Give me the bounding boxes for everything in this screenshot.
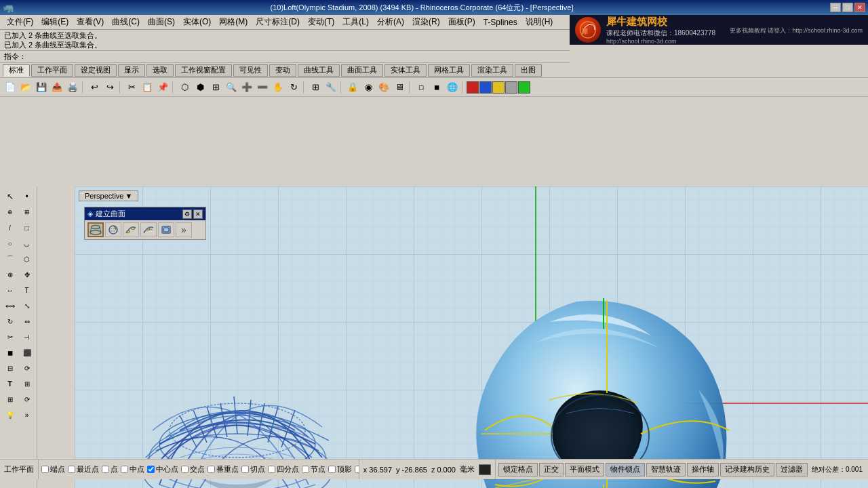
color-red[interactable] [467,81,479,94]
open-btn[interactable]: 📂 [18,80,33,95]
snap-nearest-cb[interactable] [68,466,75,473]
solid2-btn[interactable]: ◼ [2,345,18,360]
snap-knot[interactable]: 节点 [302,464,326,474]
color-gray[interactable] [505,81,517,94]
tab-solid-tools[interactable]: 实体工具 [384,64,427,77]
snap-tangent[interactable]: 切点 [241,464,265,474]
cut-btn[interactable]: ✂ [124,80,139,95]
menu-file[interactable]: 文件(F) [3,15,37,29]
loft-tool-btn[interactable] [87,222,104,237]
pan-btn[interactable]: ✋ [271,80,285,95]
snap-center-cb[interactable] [147,466,155,473]
snap-tangent-cb[interactable] [241,466,249,473]
rect-btn[interactable]: □ [19,220,35,235]
mirror-btn[interactable]: ⇔ [19,314,35,329]
menu-panel[interactable]: 面板(P) [444,15,479,29]
zoom-in-btn[interactable]: ➕ [239,80,254,95]
lasso-btn[interactable]: ⬢ [193,80,208,95]
mesh2-btn[interactable]: ⊟ [2,361,18,375]
tab-render-tools[interactable]: 渲染工具 [471,64,513,77]
material-btn[interactable]: 🎨 [376,80,391,95]
extrude-btn[interactable]: ⬛ [19,345,35,360]
split-btn[interactable]: ⊣ [19,329,35,344]
dot-btn[interactable]: • [19,189,35,204]
poly-btn[interactable]: ⬡ [19,251,35,266]
paste-btn[interactable]: 📌 [155,80,170,95]
arc-btn[interactable]: ◡ [19,236,35,251]
menu-mesh[interactable]: 网格(M) [215,15,252,29]
zoom-win-btn[interactable]: 🔍 [224,80,239,95]
snap-intersect[interactable]: 交点 [181,464,205,474]
text-btn[interactable]: T [2,376,18,391]
shade-btn[interactable]: ◼ [429,80,444,95]
annot-btn[interactable]: T [19,283,35,298]
lock-grid-btn[interactable]: 锁定格点 [498,463,538,476]
menu-transform[interactable]: 变动(T) [304,15,338,29]
close-button[interactable]: ✕ [854,3,865,12]
save-btn[interactable]: 💾 [34,80,49,95]
prompt-input[interactable] [29,53,566,61]
snap-knot-cb[interactable] [302,466,309,473]
more-surface-btn[interactable]: » [176,222,192,237]
snap-center[interactable]: 中心点 [147,464,178,474]
zoom2-btn[interactable]: ⊕ [2,267,18,282]
maximize-button[interactable]: □ [842,3,853,12]
circle-btn[interactable]: ○ [2,236,18,251]
trim-btn[interactable]: ✂ [2,329,18,344]
snap-intersect-cb[interactable] [181,466,189,473]
snap-project[interactable]: 投影 [355,464,359,474]
curve-btn[interactable]: ⌒ [2,251,18,266]
select-btn[interactable]: ⬡ [177,80,192,95]
revolve-tool-btn[interactable] [105,222,121,237]
snap-perp-cb[interactable] [208,466,215,473]
tab-setview[interactable]: 设定视图 [75,64,117,77]
rotate-btn[interactable]: ↻ [286,80,301,95]
pan2-btn[interactable]: ✥ [19,267,35,282]
analyze-btn[interactable]: ⟳ [19,361,35,375]
wire-btn[interactable]: ◻ [414,80,429,95]
filter-btn[interactable]: 过滤器 [776,463,808,476]
grid-btn[interactable]: ⊞ [308,80,323,95]
select-arrow-btn[interactable]: ↖ [2,189,18,204]
color-box[interactable] [479,464,491,475]
snap-point[interactable]: 点 [102,464,118,474]
minimize-button[interactable]: ─ [830,3,841,12]
tab-workplane[interactable]: 工作平面 [31,64,73,77]
menu-render[interactable]: 渲染(R) [408,15,444,29]
snap-quad[interactable]: 四分点 [268,464,299,474]
new-btn[interactable]: 📄 [3,80,18,95]
redo-btn[interactable]: ↪ [102,80,117,95]
snap-nearest[interactable]: 最近点 [68,464,99,474]
menu-tools[interactable]: 工具(L) [338,15,373,29]
menu-solid[interactable]: 实体(O) [179,15,215,29]
snap-midpoint-cb[interactable] [121,466,128,473]
menu-analyze[interactable]: 分析(A) [373,15,408,29]
history-btn[interactable]: ⟳ [19,392,35,407]
float-panel-header[interactable]: ◈ 建立曲面 ⚙ ✕ [85,207,205,220]
snap-vertex[interactable]: 顶影 [328,464,352,474]
tab-select[interactable]: 选取 [146,64,174,77]
float-panel-settings-btn[interactable]: ⚙ [182,209,192,219]
float-panel-close-btn[interactable]: ✕ [193,209,203,219]
tab-standard[interactable]: 标准 [3,64,30,77]
viewport[interactable]: x y 0 Perspective ▼ ◈ 建立曲面 ⚙ ✕ [75,186,868,488]
planar-btn[interactable]: 平面模式 [565,463,604,476]
color-green[interactable] [518,81,530,94]
rotate2-btn[interactable]: ↻ [2,314,18,329]
sweep2-tool-btn[interactable] [140,222,157,237]
multiselect-btn[interactable]: ⊞ [19,205,35,220]
perspective-dropdown-btn[interactable]: Perspective ▼ [79,190,138,201]
sweep1-tool-btn[interactable] [123,222,139,237]
edge-tool-btn[interactable] [158,222,174,237]
zoom-ext-btn[interactable]: ⊞ [208,80,223,95]
menu-tsplines[interactable]: T-Splines [479,16,521,28]
snap-btn[interactable]: 🔧 [323,80,338,95]
move-btn[interactable]: ⟺ [2,298,18,313]
light-btn[interactable]: 💡 [2,407,18,422]
tab-viewport-config[interactable]: 工作视窗配置 [175,64,232,77]
pt-btn[interactable]: ⊕ [2,205,18,220]
tab-mesh-tools[interactable]: 网格工具 [428,64,470,77]
scale-btn[interactable]: ⤡ [19,298,35,313]
tab-surface-tools[interactable]: 曲面工具 [341,64,383,77]
snap-quad-cb[interactable] [268,466,275,473]
